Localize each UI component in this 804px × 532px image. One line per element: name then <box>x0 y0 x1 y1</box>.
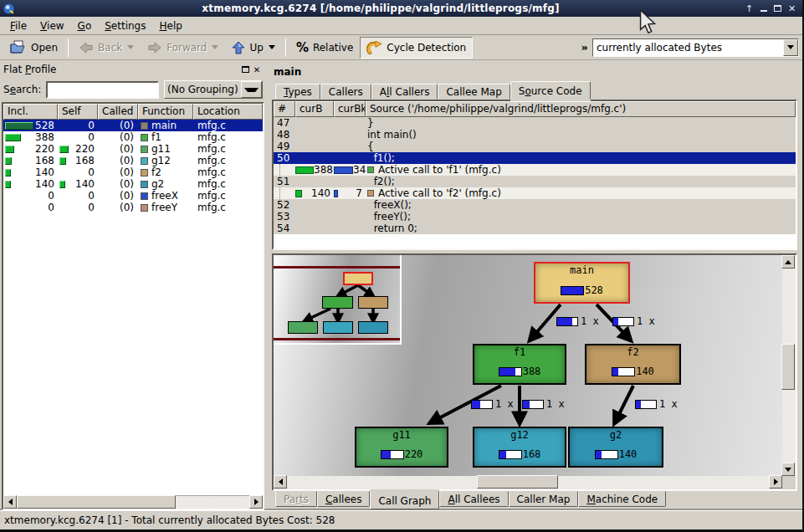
graph-vscrollbar[interactable] <box>782 255 796 476</box>
source-column-header[interactable]: Source ('/home/philippe/valgrind/littlep… <box>366 101 796 117</box>
graph-node-f1[interactable]: f1388 <box>473 344 566 385</box>
cycle-detection-icon <box>366 41 382 54</box>
event-type-combobox[interactable]: currently allocated Bytes <box>592 38 799 57</box>
back-dropdown-icon <box>127 45 134 49</box>
column-header-self[interactable]: Self <box>58 104 98 120</box>
keep-above-button[interactable]: ↑ <box>742 3 756 15</box>
close-button[interactable]: ✕ <box>785 3 799 15</box>
combobox-arrow-icon[interactable] <box>783 39 798 56</box>
dock-float-button[interactable] <box>239 64 251 75</box>
tab-callee-map[interactable]: Callee Map <box>438 84 510 100</box>
table-row-g2[interactable]: 140140(0)g2mfg.c <box>3 178 263 190</box>
node-label: f2 <box>627 346 638 358</box>
source-line-50[interactable]: 50 f1(); <box>274 152 796 164</box>
menu-settings[interactable]: Settings <box>98 18 152 33</box>
table-row-g12[interactable]: 168168(0)g12mfg.c <box>3 155 263 166</box>
forward-label: Forward <box>166 42 207 54</box>
tab-callees[interactable]: Callees <box>317 491 370 507</box>
relative-button[interactable]: % Relative <box>289 37 360 59</box>
graph-hscrollbar[interactable] <box>274 476 782 489</box>
table-row-f2[interactable]: 1400(0)f2mfg.c <box>3 166 263 178</box>
source-line-53[interactable]: 53 freeY(); <box>274 211 796 223</box>
source-line-52[interactable]: 52 freeX(); <box>274 199 796 211</box>
source-column-header[interactable]: curB <box>295 101 334 117</box>
menu-view[interactable]: View <box>33 18 70 33</box>
column-header-function[interactable]: Function <box>138 104 193 120</box>
back-button[interactable]: Back <box>72 37 141 59</box>
column-header-incl[interactable]: Incl. <box>3 104 58 120</box>
maximize-button[interactable] <box>771 3 785 15</box>
tab-machine-code[interactable]: Machine Code <box>578 491 666 507</box>
tab-all-callees[interactable]: All Callees <box>439 491 508 507</box>
tab-source-code[interactable]: Source Code <box>510 81 591 100</box>
graph-node-g11[interactable]: g11220 <box>355 427 448 468</box>
tab-call-graph[interactable]: Call Graph <box>370 491 439 509</box>
table-row-freeX[interactable]: 00(0)freeXmfg.c <box>3 190 263 202</box>
table-row-main[interactable]: 5280(0)mainmfg.c <box>3 120 263 131</box>
edge-count-label: 1 x <box>612 315 655 327</box>
source-line-49[interactable]: 49{ <box>274 141 796 152</box>
grouping-arrow-icon[interactable] <box>241 81 262 98</box>
scroll-up-icon[interactable] <box>781 255 795 269</box>
node-cost-bar <box>499 367 522 376</box>
source-call-row[interactable]: 38834Active call to 'f1' (mfg.c) <box>274 164 796 176</box>
scroll-thumb[interactable] <box>17 495 176 509</box>
up-button[interactable]: Up <box>225 37 281 59</box>
graph-node-f2[interactable]: f2140 <box>585 344 681 385</box>
node-cost-bar <box>595 450 618 459</box>
source-line-48[interactable]: 48int main() <box>274 129 796 141</box>
menu-go[interactable]: Go <box>71 18 99 33</box>
minimize-button[interactable] <box>756 3 771 15</box>
function-color-swatch <box>141 157 148 165</box>
graph-node-main[interactable]: main528 <box>534 262 630 304</box>
tab-all-callers[interactable]: All Callers <box>371 84 438 100</box>
open-button[interactable]: Open <box>3 37 64 59</box>
graph-node-g2[interactable]: g2140 <box>568 427 663 468</box>
forward-button[interactable]: Forward <box>141 37 225 59</box>
tab-callers[interactable]: Callers <box>320 84 371 100</box>
tab-caller-map[interactable]: Caller Map <box>509 491 579 507</box>
function-name: g2 <box>151 178 164 190</box>
scroll-left-icon[interactable] <box>3 495 17 509</box>
graph-overview-minimap[interactable] <box>274 255 402 345</box>
incl-cost-bar <box>5 122 33 130</box>
source-line-47[interactable]: 47} <box>274 117 796 129</box>
flat-profile-hscrollbar[interactable] <box>3 495 263 509</box>
column-header-called[interactable]: Called <box>98 104 138 120</box>
source-column-header[interactable]: # <box>274 101 295 117</box>
source-line-51[interactable]: 51 f2(); <box>274 176 796 187</box>
cycle-detection-button[interactable]: Cycle Detection <box>360 37 473 59</box>
scroll-left-icon[interactable] <box>274 475 287 489</box>
grouping-combobox[interactable]: (No Grouping) <box>164 80 263 99</box>
location-value: mfg.c <box>193 202 263 213</box>
call-graph-canvas[interactable]: main528f1388f2140g11220g12168g2140 1 x1 … <box>274 255 782 476</box>
node-cost-bar <box>561 286 584 295</box>
toolbar-overflow-chevron[interactable]: » <box>577 41 592 54</box>
source-line-54[interactable]: 54 return 0; <box>274 223 796 234</box>
scroll-thumb[interactable] <box>477 475 558 489</box>
title-bar[interactable]: xtmemory.kcg.6274 [/home/philippe/valgri… <box>0 0 802 17</box>
flat-profile-dock: Flat Profile ✕ Search: (No Grouping) Inc… <box>0 60 266 510</box>
menu-help[interactable]: Help <box>152 18 188 33</box>
table-row-freeY[interactable]: 00(0)freeYmfg.c <box>3 202 263 213</box>
menu-file[interactable]: File <box>3 18 33 33</box>
scroll-down-icon[interactable] <box>781 463 795 476</box>
tab-types[interactable]: Types <box>275 84 320 100</box>
scroll-thumb[interactable] <box>781 344 795 390</box>
graph-node-g12[interactable]: g12168 <box>473 427 566 468</box>
curBk-value: 7 <box>338 187 366 199</box>
node-cost-value: 388 <box>523 366 541 377</box>
panel-splitter[interactable] <box>266 60 272 510</box>
line-number: 52 <box>274 199 295 211</box>
search-input[interactable] <box>46 81 159 99</box>
dock-close-button[interactable]: ✕ <box>251 64 263 75</box>
scroll-right-icon[interactable] <box>249 495 263 509</box>
location-value: mfg.c <box>193 166 263 178</box>
up-icon <box>232 41 245 54</box>
table-row-f1[interactable]: 3880(0)f1mfg.c <box>3 131 263 143</box>
scroll-right-icon[interactable] <box>769 475 782 489</box>
table-row-g11[interactable]: 220220(0)g11mfg.c <box>3 143 263 155</box>
column-header-location[interactable]: Location <box>193 104 263 120</box>
source-column-header[interactable]: curBk <box>334 101 366 117</box>
source-call-row[interactable]: 1407Active call to 'f2' (mfg.c) <box>274 187 796 199</box>
